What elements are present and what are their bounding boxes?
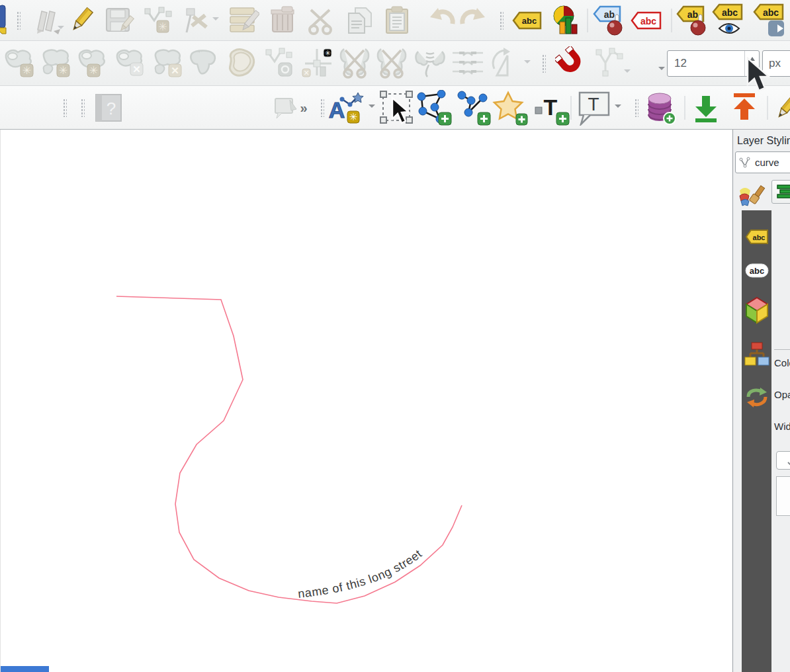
- symbol-layers-button[interactable]: [771, 180, 790, 204]
- split-features-button[interactable]: [337, 46, 372, 81]
- advanced-digitize-hammer-button[interactable]: [180, 6, 210, 35]
- labels-tab[interactable]: abc: [745, 229, 769, 247]
- multiedit-attributes-button[interactable]: [228, 5, 259, 36]
- snap-tolerance-value[interactable]: 12: [668, 57, 744, 70]
- toolbar-drag-handle[interactable]: [542, 54, 546, 73]
- width-label: Width: [774, 421, 790, 432]
- toolbar-overflow-button[interactable]: »: [300, 100, 307, 115]
- svg-text:✳: ✳: [22, 65, 31, 76]
- advanced-digitize-caret[interactable]: [212, 17, 219, 24]
- rotate-feature-button[interactable]: [488, 46, 522, 81]
- toolbar-drag-handle[interactable]: [17, 11, 21, 30]
- 3d-view-tab[interactable]: [744, 296, 770, 327]
- svg-text:✳: ✳: [158, 21, 167, 32]
- toolbar-drag-handle[interactable]: [320, 99, 324, 117]
- symbol-search-input[interactable]: [776, 451, 790, 470]
- panel-tab-strip: abc abc: [742, 210, 771, 672]
- move-feature-button[interactable]: ✳✕: [300, 46, 334, 81]
- add-ring-button[interactable]: ✳: [40, 47, 73, 80]
- line-layer-icon: [739, 157, 752, 169]
- style-hierarchy-tab[interactable]: [744, 341, 770, 370]
- svg-text:abc: abc: [763, 7, 779, 18]
- create-polygon-annotation-button[interactable]: [415, 90, 452, 126]
- copy-features-button[interactable]: [345, 5, 374, 36]
- svg-text:abc: abc: [522, 16, 537, 26]
- move-label-button[interactable]: abc: [752, 3, 787, 38]
- history-tab[interactable]: [744, 385, 769, 413]
- reverse-line-button[interactable]: [264, 47, 297, 80]
- enable-snapping-button[interactable]: [555, 46, 588, 81]
- reshape-features-button[interactable]: ✳: [3, 47, 36, 80]
- labeling-tools-caret[interactable]: [369, 105, 375, 111]
- highlight-pinned-labels-button[interactable]: ab: [592, 4, 625, 37]
- merge-attributes-button[interactable]: [450, 46, 486, 81]
- svg-text:ab: ab: [604, 9, 615, 20]
- delete-ring-button[interactable]: ✕: [152, 47, 185, 80]
- create-line-annotation-button[interactable]: [454, 90, 491, 126]
- layer-labeling-options-button[interactable]: abc: [511, 11, 543, 30]
- select-annotation-button[interactable]: [379, 90, 414, 126]
- offset-curve-button[interactable]: [224, 46, 259, 81]
- help-contents-button[interactable]: ?: [93, 93, 124, 123]
- map-canvas[interactable]: name of this long street: [0, 130, 732, 672]
- delete-part-button[interactable]: [187, 47, 220, 80]
- toolbar-drag-handle[interactable]: [63, 99, 67, 117]
- form-annotation-caret[interactable]: [615, 105, 621, 111]
- digitize-node-tool-button[interactable]: ✳: [142, 6, 173, 35]
- save-edits-button[interactable]: [104, 6, 134, 35]
- rotate-feature-caret[interactable]: [524, 60, 531, 67]
- svg-text:✳: ✳: [349, 111, 358, 122]
- panel-title: Layer Styling: [737, 135, 790, 147]
- toolbar-separator: [768, 96, 768, 120]
- fill-ring-button[interactable]: ✳: [77, 47, 110, 80]
- snapping-options-caret[interactable]: [658, 67, 665, 73]
- svg-text:abc: abc: [749, 266, 764, 276]
- add-part-button[interactable]: ✕: [114, 47, 148, 80]
- toolbar-drag-handle[interactable]: [500, 11, 504, 30]
- layer-diagram-options-button[interactable]: [550, 5, 581, 36]
- svg-text:abc: abc: [752, 233, 765, 241]
- create-text-annotation-button[interactable]: T: [533, 90, 570, 126]
- symbol-list[interactable]: [776, 476, 790, 516]
- street-label: name of this long street: [297, 547, 424, 601]
- tracing-caret[interactable]: [624, 69, 631, 76]
- toolbar-annotations: ? » A ✳: [0, 86, 790, 130]
- pin-unpin-labels-button[interactable]: ab: [676, 4, 709, 37]
- toolbar-advanced-digitizing: ✳ ✳ ✳ ✕ ✕ ✳✕: [0, 41, 790, 86]
- form-annotation-button[interactable]: T: [576, 90, 611, 126]
- show-hidden-labels-button[interactable]: abc: [711, 3, 746, 38]
- masks-tab[interactable]: abc: [744, 262, 769, 282]
- toolbar-separator: [571, 96, 572, 120]
- undo-button[interactable]: [426, 7, 458, 34]
- map-tips-button[interactable]: [273, 96, 299, 120]
- merge-features-button[interactable]: [413, 46, 447, 81]
- labeling-tools-button[interactable]: A ✳: [328, 90, 365, 126]
- tracing-button[interactable]: [592, 47, 628, 80]
- panel-separator: [774, 349, 790, 350]
- toolbar-drag-handle[interactable]: [81, 99, 85, 117]
- layer-select-combobox[interactable]: curve: [735, 151, 790, 173]
- create-marker-annotation-button[interactable]: [491, 90, 528, 126]
- cut-features-button[interactable]: [306, 6, 339, 35]
- toolbar-digitizing: ✳: [0, 0, 790, 41]
- svg-text:abc: abc: [640, 16, 656, 26]
- svg-text:?: ?: [107, 99, 116, 118]
- svg-text:T: T: [588, 94, 599, 114]
- toolbar-drag-handle[interactable]: [635, 99, 638, 117]
- layer-styling-panel: Layer Styling curve: [732, 130, 790, 672]
- color-label: Color: [774, 357, 790, 368]
- svg-text:✕: ✕: [132, 63, 141, 75]
- svg-text:✕: ✕: [303, 69, 309, 77]
- svg-text:✳: ✳: [324, 49, 330, 57]
- import-features-button[interactable]: [690, 92, 722, 124]
- paste-features-button[interactable]: [382, 5, 412, 36]
- redo-button[interactable]: [457, 7, 489, 34]
- split-parts-button[interactable]: [374, 46, 409, 81]
- show-hide-labels-button[interactable]: abc: [630, 11, 663, 30]
- search-icon: [781, 455, 790, 466]
- new-spatialite-layer-button[interactable]: [643, 91, 676, 125]
- delete-selected-button[interactable]: [267, 5, 299, 36]
- toggle-editing-button[interactable]: [66, 5, 95, 36]
- current-edits-caret[interactable]: [58, 26, 64, 32]
- symbology-tab[interactable]: [737, 184, 768, 212]
